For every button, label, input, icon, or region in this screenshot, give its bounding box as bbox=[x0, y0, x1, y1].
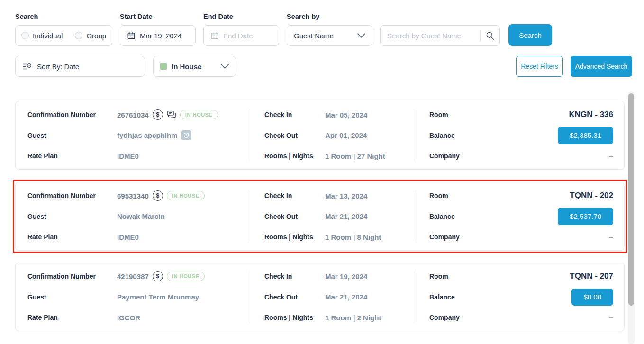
sort-by-select[interactable]: Sort By: Date bbox=[15, 56, 145, 77]
reservation-card[interactable]: Confirmation Number 26761034 $ IN HOUSE … bbox=[15, 101, 625, 170]
room-label: Room bbox=[429, 111, 448, 118]
chevron-down-icon bbox=[357, 33, 365, 38]
rate-plan-label: Rate Plan bbox=[27, 152, 117, 160]
check-out-label: Check Out bbox=[264, 213, 325, 220]
reservation-card[interactable]: Confirmation Number 42190387 $ IN HOUSE … bbox=[15, 263, 625, 331]
balance-pill[interactable]: $2,537.70 bbox=[558, 208, 613, 225]
status-filter-select[interactable]: In House bbox=[153, 56, 236, 77]
sort-icon bbox=[22, 63, 32, 70]
dollar-circle-icon[interactable]: $ bbox=[153, 109, 163, 120]
search-by-label: Search by bbox=[287, 13, 372, 20]
radio-individual[interactable]: Individual bbox=[21, 32, 63, 40]
radio-group[interactable]: Group bbox=[75, 32, 106, 40]
search-input[interactable] bbox=[387, 32, 480, 40]
reset-filters-button[interactable]: Reset Filters bbox=[516, 56, 563, 77]
radio-icon[interactable] bbox=[21, 32, 29, 39]
company-label: Company bbox=[429, 314, 460, 321]
reservation-card[interactable]: Confirmation Number 69531340 $ IN HOUSE … bbox=[15, 182, 625, 251]
balance-label: Balance bbox=[429, 132, 455, 139]
radio-icon[interactable] bbox=[75, 32, 82, 39]
dollar-circle-icon[interactable]: $ bbox=[153, 271, 163, 281]
advanced-search-button[interactable]: Advanced Search bbox=[571, 56, 632, 77]
sort-by-value: Sort By: Date bbox=[37, 63, 79, 71]
search-button[interactable]: Search bbox=[508, 24, 552, 46]
rooms-nights-label: Rooms | Nights bbox=[264, 233, 325, 241]
check-in-value: Mar 19, 2024 bbox=[325, 272, 367, 281]
confirmation-number-value[interactable]: 42190387 bbox=[117, 272, 149, 281]
room-label: Room bbox=[429, 272, 448, 280]
guest-label: Guest bbox=[27, 132, 117, 139]
company-label: Company bbox=[429, 233, 460, 241]
end-date-placeholder: End Date bbox=[223, 32, 253, 40]
guest-label: Guest bbox=[27, 293, 117, 301]
company-value: -- bbox=[609, 233, 613, 241]
check-out-label: Check Out bbox=[264, 293, 325, 301]
rate-plan-label: Rate Plan bbox=[27, 233, 117, 241]
filter-bar: Search Individual Group Start Date Mar 1… bbox=[15, 13, 632, 77]
company-value: -- bbox=[609, 152, 613, 160]
start-date-value: Mar 19, 2024 bbox=[140, 32, 181, 40]
company-value: -- bbox=[609, 314, 613, 321]
calendar-icon bbox=[210, 31, 219, 40]
chevron-down-icon bbox=[221, 64, 229, 69]
check-out-value: Mar 21, 2024 bbox=[325, 212, 367, 220]
confirmation-number-value[interactable]: 26761034 bbox=[117, 111, 149, 119]
rooms-nights-value: 1 Room | 27 Night bbox=[325, 152, 385, 160]
check-out-value: Apr 01, 2024 bbox=[325, 131, 367, 139]
guest-name: Nowak Marcin bbox=[117, 212, 165, 220]
rate-plan-value: IDME0 bbox=[117, 152, 139, 160]
radio-individual-label: Individual bbox=[33, 32, 63, 40]
check-in-value: Mar 13, 2024 bbox=[325, 192, 367, 200]
radio-group-label: Group bbox=[86, 32, 106, 40]
room-value: KNGN - 336 bbox=[569, 110, 613, 119]
company-label: Company bbox=[429, 152, 460, 160]
room-value: TQNN - 207 bbox=[570, 272, 613, 281]
room-label: Room bbox=[429, 192, 448, 199]
search-by-select[interactable]: Guest Name bbox=[287, 25, 372, 46]
search-by-value: Guest Name bbox=[294, 32, 334, 40]
start-date-input[interactable]: Mar 19, 2024 bbox=[120, 25, 196, 46]
divider bbox=[480, 30, 481, 41]
in-house-badge: IN HOUSE bbox=[167, 191, 205, 200]
rate-plan-value: IDME0 bbox=[117, 233, 139, 241]
check-in-value: Mar 05, 2024 bbox=[325, 111, 367, 119]
in-house-badge: IN HOUSE bbox=[167, 272, 205, 281]
check-out-label: Check Out bbox=[264, 132, 325, 139]
confirmation-number-label: Confirmation Number bbox=[27, 272, 117, 280]
payment-shield-icon[interactable]: $ bbox=[181, 130, 191, 140]
room-value: TQNN - 202 bbox=[570, 191, 613, 200]
confirmation-number-label: Confirmation Number bbox=[27, 192, 117, 199]
svg-text:$: $ bbox=[185, 134, 187, 136]
calendar-icon bbox=[127, 31, 136, 40]
in-house-badge: IN HOUSE bbox=[180, 110, 218, 119]
reservation-list: Confirmation Number 26761034 $ IN HOUSE … bbox=[15, 101, 625, 331]
guest-name: fydhjas apcphlhm bbox=[117, 131, 178, 139]
dollar-circle-icon[interactable]: $ bbox=[153, 190, 163, 201]
balance-pill[interactable]: $0.00 bbox=[571, 289, 613, 306]
check-in-label: Check In bbox=[264, 111, 325, 118]
guest-search-box bbox=[380, 25, 500, 46]
confirmation-number-value[interactable]: 69531340 bbox=[117, 192, 149, 200]
check-in-label: Check In bbox=[264, 192, 325, 199]
end-date-input[interactable]: End Date bbox=[203, 25, 279, 46]
guest-name: Payment Term Mrunmay bbox=[117, 293, 199, 301]
guest-label: Guest bbox=[27, 213, 117, 220]
scrollbar-track[interactable] bbox=[628, 91, 635, 344]
status-square-icon bbox=[160, 63, 167, 70]
rate-plan-label: Rate Plan bbox=[27, 314, 117, 321]
rooms-nights-label: Rooms | Nights bbox=[264, 314, 325, 321]
check-in-label: Check In bbox=[264, 272, 325, 280]
rooms-nights-value: 1 Room | 8 Night bbox=[325, 233, 381, 241]
balance-label: Balance bbox=[429, 213, 455, 220]
balance-pill[interactable]: $2,385.31 bbox=[558, 127, 613, 144]
confirmation-number-label: Confirmation Number bbox=[27, 111, 117, 118]
rooms-nights-value: 1 Room | 2 Night bbox=[325, 314, 381, 322]
highlighted-card-outline: Confirmation Number 69531340 $ IN HOUSE … bbox=[13, 180, 627, 253]
search-type-radio-group: Individual Group bbox=[15, 25, 112, 46]
search-label: Search bbox=[15, 13, 112, 20]
balance-label: Balance bbox=[429, 293, 455, 301]
search-icon[interactable] bbox=[485, 31, 495, 40]
chat-icon[interactable] bbox=[167, 110, 176, 119]
scrollbar-thumb[interactable] bbox=[628, 93, 634, 306]
check-out-value: Mar 21, 2024 bbox=[325, 293, 367, 301]
